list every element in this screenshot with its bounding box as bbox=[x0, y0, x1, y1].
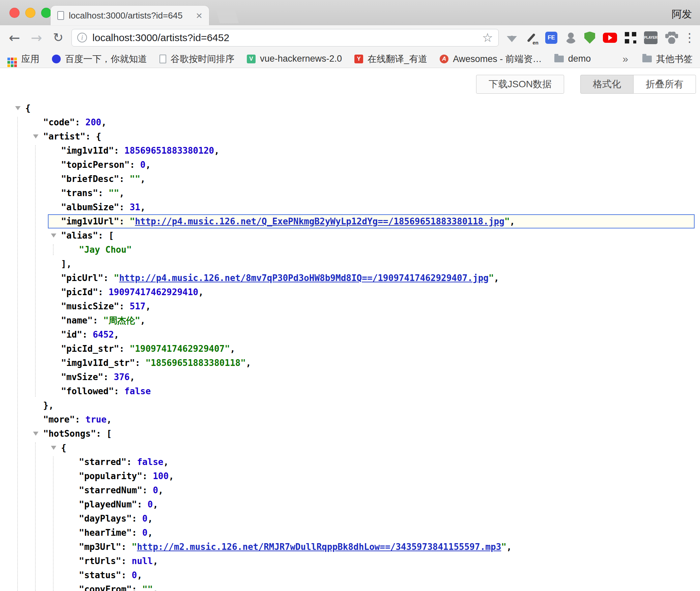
json-token: "周杰伦" bbox=[103, 315, 140, 325]
bookmark-item[interactable]: 百度一下，你就知道 bbox=[52, 53, 147, 65]
collapse-triangle-icon[interactable] bbox=[33, 134, 38, 138]
download-json-button[interactable]: 下载JSON数据 bbox=[476, 75, 564, 94]
tree-guide bbox=[53, 244, 54, 255]
minimize-window-button[interactable] bbox=[25, 8, 35, 18]
json-url-link[interactable]: http://m2.music.126.net/RMJR7wDullRqppBk… bbox=[137, 542, 501, 552]
json-line: "picId_str": "19097417462929407", bbox=[0, 342, 700, 356]
folder-icon bbox=[554, 56, 564, 62]
json-line: ], bbox=[0, 257, 700, 271]
play-icon bbox=[608, 35, 612, 40]
tab-close-icon[interactable]: × bbox=[196, 10, 202, 21]
json-token: "mvSize" bbox=[61, 372, 103, 382]
bookmark-item[interactable]: Vvue-hackernews-2.0 bbox=[247, 54, 342, 64]
collapse-triangle-icon[interactable] bbox=[51, 446, 56, 450]
json-token: : bbox=[121, 542, 132, 552]
json-token: , bbox=[148, 514, 153, 524]
json-line: "playedNum": 0, bbox=[0, 497, 700, 511]
awesomes-icon: A bbox=[440, 55, 448, 63]
json-token: { bbox=[25, 103, 31, 113]
json-token: "alias" bbox=[61, 230, 98, 241]
bookmarks-overflow-chevron[interactable]: » bbox=[622, 53, 628, 65]
json-token: "starred" bbox=[79, 457, 126, 467]
json-line: "topicPerson": 0, bbox=[0, 158, 700, 172]
other-bookmarks-folder[interactable]: 其他书签 bbox=[642, 53, 693, 65]
shield-extension-icon[interactable] bbox=[584, 32, 595, 44]
paw-extension-icon[interactable] bbox=[665, 32, 678, 44]
json-token: , bbox=[153, 556, 158, 566]
qr-extension-icon[interactable] bbox=[625, 32, 636, 43]
player-extension-icon[interactable]: PLAYER bbox=[644, 31, 658, 44]
json-token: , bbox=[158, 485, 164, 495]
json-line: "popularity": 100, bbox=[0, 469, 700, 483]
json-token: , bbox=[101, 117, 107, 127]
bookmark-item[interactable]: demo bbox=[554, 54, 591, 64]
json-token: "" bbox=[130, 174, 140, 184]
funnel-extension-icon[interactable] bbox=[507, 36, 517, 42]
json-token: "name" bbox=[61, 315, 93, 325]
youtube-extension-icon[interactable] bbox=[603, 33, 617, 43]
json-token: " bbox=[501, 542, 506, 552]
collapse-all-button[interactable]: 折叠所有 bbox=[633, 75, 696, 94]
tab-strip: localhost:3000/artists?id=645 × 阿发 bbox=[0, 0, 700, 25]
vue-icon: V bbox=[247, 55, 256, 63]
json-token: "more" bbox=[43, 414, 75, 425]
json-token: "18569651883380118" bbox=[145, 358, 245, 368]
json-line: "img1v1Id_str": "18569651883380118", bbox=[0, 356, 700, 370]
json-token: " bbox=[504, 216, 510, 226]
back-button[interactable]: ← bbox=[9, 31, 20, 44]
bookmark-item[interactable]: 应用 bbox=[7, 53, 39, 65]
json-line: "Jay Chou" bbox=[0, 243, 700, 257]
json-line: "picId": 19097417462929410, bbox=[0, 285, 700, 299]
browser-menu-icon[interactable]: ⋮ bbox=[686, 31, 693, 44]
forward-button[interactable]: → bbox=[31, 31, 42, 44]
fullscreen-window-button[interactable] bbox=[41, 8, 51, 18]
json-actions: 下载JSON数据 格式化 折叠所有 bbox=[0, 68, 700, 94]
json-token: : bbox=[132, 584, 142, 591]
youdao-translate-extension-icon[interactable]: en bbox=[525, 31, 537, 44]
json-token: : bbox=[82, 330, 93, 340]
reload-button[interactable]: ↻ bbox=[53, 31, 63, 44]
collapse-triangle-icon[interactable] bbox=[15, 106, 21, 110]
collapse-triangle-icon[interactable] bbox=[33, 432, 38, 436]
json-token: "picId_str" bbox=[61, 344, 119, 354]
json-token: , bbox=[107, 414, 112, 425]
json-token: : bbox=[121, 570, 132, 580]
json-token: "mp3Url" bbox=[79, 542, 121, 552]
json-token: }, bbox=[43, 400, 54, 410]
json-token: , bbox=[510, 216, 515, 226]
address-bar[interactable]: i localhost:3000/artists?id=6452 ☆ bbox=[71, 29, 499, 46]
fe-extension-icon[interactable]: FE bbox=[545, 32, 557, 44]
bookmark-item[interactable]: AAwesomes - 前端资… bbox=[440, 53, 542, 65]
profile-name[interactable]: 阿发 bbox=[672, 7, 692, 21]
bookmarks-right: » 其他书签 bbox=[622, 53, 693, 65]
json-line: "artist": { bbox=[0, 129, 700, 144]
browser-tab[interactable]: localhost:3000/artists?id=645 × bbox=[51, 6, 209, 25]
apps-icon bbox=[7, 58, 10, 60]
site-info-icon[interactable]: i bbox=[77, 33, 87, 42]
json-line: { bbox=[0, 441, 700, 455]
json-token: "" bbox=[142, 584, 153, 591]
tree-guide bbox=[53, 457, 54, 591]
json-line: "hearTime": 0, bbox=[0, 526, 700, 540]
bookmark-item[interactable]: 谷歌按时间排序 bbox=[159, 53, 234, 65]
json-line: "status": 0, bbox=[0, 568, 700, 582]
json-token: "hotSongs" bbox=[43, 429, 96, 439]
json-token: : bbox=[142, 485, 153, 495]
new-tab-button[interactable] bbox=[215, 6, 239, 23]
close-window-button[interactable] bbox=[9, 8, 20, 18]
json-token: : bbox=[75, 117, 85, 127]
json-token: true bbox=[85, 414, 107, 425]
json-token: 31 bbox=[130, 202, 140, 212]
bookmark-star-icon[interactable]: ☆ bbox=[482, 31, 493, 44]
json-token: , bbox=[494, 273, 499, 283]
bookmark-item[interactable]: Y在线翻译_有道 bbox=[354, 53, 427, 65]
format-button[interactable]: 格式化 bbox=[580, 75, 634, 94]
json-token: , bbox=[163, 457, 169, 467]
json-url-link[interactable]: http://p4.music.126.net/Q_ExePNkmgB2yWyL… bbox=[135, 216, 504, 226]
json-url-link[interactable]: http://p4.music.126.net/8mv7qP30Pd3oHW8b… bbox=[119, 273, 489, 283]
url-text: localhost:3000/artists?id=6452 bbox=[92, 32, 477, 43]
collapse-triangle-icon[interactable] bbox=[51, 234, 56, 238]
person-extension-icon[interactable] bbox=[565, 32, 577, 43]
json-token: : bbox=[119, 216, 129, 226]
json-token: "topicPerson" bbox=[61, 160, 130, 170]
